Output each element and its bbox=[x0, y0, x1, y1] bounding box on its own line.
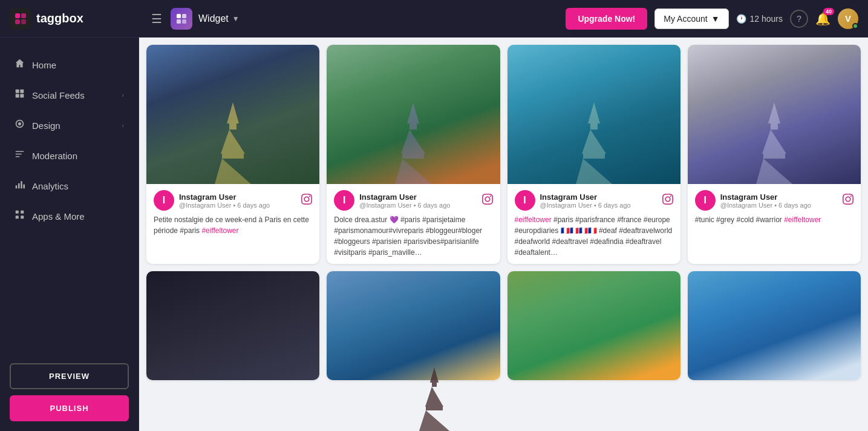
post-card-3: I Instagram User @Instagram User • 6 day… bbox=[507, 45, 680, 264]
svg-rect-28 bbox=[222, 154, 244, 159]
notifications-button[interactable]: 🔔 40 bbox=[815, 12, 830, 26]
main-layout: Home Social Feeds › Design › Mo bbox=[0, 38, 868, 431]
username-3: Instagram User bbox=[540, 192, 658, 202]
chevron-down-icon: ▼ bbox=[711, 14, 720, 24]
widget-label: Widget bbox=[198, 13, 229, 24]
sidebar-item-design[interactable]: Design › bbox=[0, 110, 139, 140]
user-avatar-3: I bbox=[515, 190, 535, 211]
svg-rect-38 bbox=[583, 154, 605, 159]
card-info-1: I Instagram User @Instagram User • 6 day… bbox=[146, 184, 319, 242]
svg-rect-7 bbox=[182, 19, 186, 24]
svg-marker-42 bbox=[762, 130, 786, 154]
avatar-letter: V bbox=[845, 13, 851, 24]
sidebar-bottom: PREVIEW PUBLISH bbox=[0, 354, 139, 431]
sidebar: Home Social Feeds › Design › Mo bbox=[0, 38, 139, 431]
svg-marker-25 bbox=[227, 102, 239, 123]
sidebar-item-apps-more-label: Apps & More bbox=[32, 211, 124, 222]
upgrade-button[interactable]: Upgrade Now! bbox=[566, 8, 647, 30]
user-avatar-button[interactable]: V bbox=[838, 8, 858, 29]
svg-rect-43 bbox=[763, 154, 785, 159]
widget-icon bbox=[171, 8, 192, 30]
card-user-3: I Instagram User @Instagram User • 6 day… bbox=[515, 190, 673, 211]
publish-button[interactable]: PUBLISH bbox=[10, 395, 129, 421]
posts-grid: I Instagram User @Instagram User • 6 day… bbox=[146, 45, 861, 380]
card-text-1: Petite nostalgie de ce week-end à Paris … bbox=[154, 214, 312, 236]
user-handle-1: @Instagram User • 6 days ago bbox=[179, 202, 296, 209]
chevron-down-icon: ▼ bbox=[232, 15, 240, 23]
hamburger-button[interactable]: ☰ bbox=[149, 9, 165, 28]
post-card-8 bbox=[688, 271, 861, 380]
my-account-label: My Account bbox=[664, 14, 707, 24]
sidebar-item-apps-more[interactable]: Apps & More bbox=[0, 201, 139, 231]
svg-rect-24 bbox=[21, 216, 24, 219]
sidebar-item-home-label: Home bbox=[32, 60, 124, 70]
svg-marker-27 bbox=[221, 130, 245, 154]
svg-rect-10 bbox=[16, 94, 19, 97]
sidebar-item-design-label: Design bbox=[32, 120, 114, 131]
svg-rect-8 bbox=[16, 90, 19, 93]
svg-rect-19 bbox=[21, 181, 22, 188]
svg-rect-16 bbox=[16, 156, 20, 157]
svg-rect-21 bbox=[16, 211, 19, 214]
svg-rect-2 bbox=[15, 19, 20, 24]
logo-icon bbox=[10, 8, 31, 30]
help-button[interactable]: ? bbox=[790, 10, 808, 28]
svg-marker-32 bbox=[401, 130, 425, 154]
svg-rect-17 bbox=[16, 185, 18, 188]
preview-button[interactable]: PREVIEW bbox=[10, 363, 129, 389]
post-image-4 bbox=[688, 45, 861, 184]
svg-rect-3 bbox=[21, 19, 26, 24]
svg-rect-41 bbox=[771, 123, 778, 130]
post-image-7 bbox=[507, 271, 680, 380]
notification-badge: 40 bbox=[823, 8, 834, 15]
post-card-5 bbox=[146, 271, 319, 380]
user-details-3: Instagram User @Instagram User • 6 days … bbox=[540, 192, 658, 209]
sidebar-item-moderation[interactable]: Moderation bbox=[0, 140, 139, 171]
username-1: Instagram User bbox=[179, 192, 296, 202]
moderation-icon bbox=[15, 149, 25, 162]
sidebar-item-social-feeds[interactable]: Social Feeds › bbox=[0, 80, 139, 110]
clock-icon: 🕐 bbox=[736, 14, 746, 24]
sidebar-item-moderation-label: Moderation bbox=[32, 151, 124, 161]
chevron-right-icon: › bbox=[122, 122, 124, 129]
username-4: Instagram User bbox=[720, 192, 838, 202]
sidebar-item-social-feeds-label: Social Feeds bbox=[32, 90, 114, 100]
card-user-2: I Instagram User @Instagram User • 6 day… bbox=[334, 190, 492, 211]
sidebar-item-analytics[interactable]: Analytics bbox=[0, 171, 139, 201]
design-icon bbox=[15, 119, 25, 132]
user-handle-4: @Instagram User • 6 days ago bbox=[720, 202, 838, 209]
card-info-4: I Instagram User @Instagram User • 6 day… bbox=[688, 184, 861, 231]
svg-rect-14 bbox=[16, 151, 24, 152]
svg-rect-9 bbox=[20, 90, 24, 93]
sidebar-item-analytics-label: Analytics bbox=[32, 181, 124, 191]
svg-marker-44 bbox=[756, 159, 792, 184]
topnav-center: ☰ Widget ▼ bbox=[149, 8, 566, 30]
user-handle-3: @Instagram User • 6 days ago bbox=[540, 202, 658, 209]
post-card-2: I Instagram User @Instagram User • 6 day… bbox=[327, 45, 500, 264]
svg-rect-15 bbox=[16, 154, 22, 155]
apps-more-icon bbox=[15, 209, 25, 223]
user-avatar-1: I bbox=[154, 190, 174, 211]
post-image-6 bbox=[327, 271, 500, 380]
svg-rect-18 bbox=[18, 183, 20, 189]
svg-marker-37 bbox=[582, 130, 606, 154]
social-feeds-icon bbox=[15, 88, 25, 102]
svg-rect-4 bbox=[177, 14, 181, 18]
instagram-icon-2 bbox=[482, 194, 493, 208]
post-image-8 bbox=[688, 271, 861, 380]
svg-marker-29 bbox=[215, 159, 251, 184]
card-user-1: I Instagram User @Instagram User • 6 day… bbox=[154, 190, 312, 211]
svg-rect-31 bbox=[410, 123, 417, 130]
svg-marker-34 bbox=[395, 159, 431, 184]
user-details-4: Instagram User @Instagram User • 6 days … bbox=[720, 192, 838, 209]
widget-selector[interactable]: Widget ▼ bbox=[198, 13, 240, 24]
sidebar-item-home[interactable]: Home bbox=[0, 50, 139, 80]
my-account-button[interactable]: My Account ▼ bbox=[654, 8, 728, 29]
svg-point-13 bbox=[18, 122, 21, 125]
post-card-1: I Instagram User @Instagram User • 6 day… bbox=[146, 45, 319, 264]
svg-rect-36 bbox=[590, 123, 598, 130]
svg-rect-1 bbox=[21, 13, 26, 18]
online-indicator bbox=[852, 23, 858, 29]
card-user-4: I Instagram User @Instagram User • 6 day… bbox=[695, 190, 853, 211]
user-avatar-2: I bbox=[334, 190, 354, 211]
